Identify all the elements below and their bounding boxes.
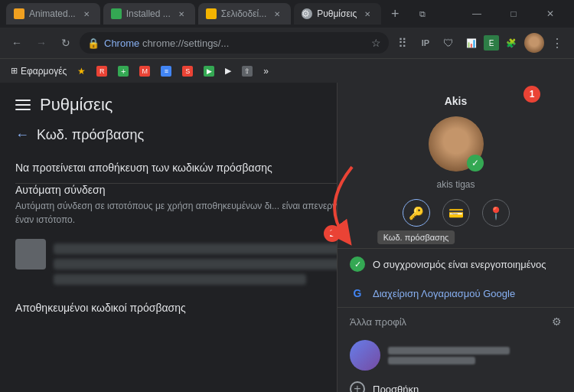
tab-installed[interactable]: Installed ... ✕ [103, 3, 195, 24]
blurred-line-3 [54, 274, 306, 285]
other-profile-line-2 [388, 357, 475, 364]
tab-favicon-2 [111, 8, 122, 19]
bookmarks-bar: ⊞ Εφαρμογές ★ R + M ≡ S ▶ ▶ ⇧ » [0, 58, 574, 83]
section-title: Κωδ. πρόσβασης [37, 127, 144, 143]
card-icon: 💳 [448, 206, 464, 220]
bookmarks-plus[interactable]: + [113, 64, 133, 78]
google-account-label: Διαχείριση Λογαριασμού Google [373, 288, 515, 299]
sync-green-icon: ✓ [350, 256, 365, 272]
other-profile-avatar [350, 340, 380, 371]
settings-page-title: Ρυθμίσεις [40, 95, 113, 115]
main-area: Ρυθμίσεις ← Κωδ. πρόσβασης Να προτείνετα… [0, 83, 574, 392]
passwords-action-button[interactable]: 🔑 Κωδ. πρόσβασης [403, 199, 430, 227]
profile-action-buttons: 🔑 Κωδ. πρόσβασης 💳 📍 [350, 199, 562, 227]
other-profiles-section: Άλλα προφίλ ⚙ + Προσθήκη [338, 307, 574, 392]
extension1-icon[interactable]: 📊 [461, 32, 482, 54]
tab-animated[interactable]: Animated... ✕ [6, 3, 100, 24]
sync-text: Ο συγχρονισμός είναι ενεργοποιημένος [373, 259, 546, 270]
lock-icon: 🔒 [87, 38, 99, 49]
reload-button[interactable]: ↻ [55, 32, 77, 54]
google-account-row[interactable]: G Διαχείριση Λογαριασμού Google [338, 279, 574, 307]
tab-settings[interactable]: ⚙ Ρυθμίσεις ✕ [294, 3, 381, 24]
other-profile-line-1 [388, 347, 510, 354]
other-profile-info [388, 345, 562, 367]
profiles-gear-icon[interactable]: ⚙ [552, 315, 562, 328]
section-back-arrow[interactable]: ← [15, 127, 29, 143]
tab-close-3[interactable]: ✕ [271, 8, 283, 20]
extension2-icon[interactable]: E [484, 35, 499, 51]
forward-button[interactable]: → [31, 32, 52, 54]
extensions-icon[interactable]: ⠿ [392, 32, 413, 54]
sync-row: ✓ Ο συγχρονισμός είναι ενεργοποιημένος [338, 249, 574, 279]
tab-favicon-3 [206, 8, 217, 19]
profile-dropdown: Akis ✓ akis tigas 🔑 Κωδ. πρόσβασης 💳 📍 [337, 83, 574, 392]
close-button[interactable]: ✕ [533, 2, 568, 26]
addresses-action-button[interactable]: 📍 [482, 199, 510, 227]
key-icon: 🔑 [409, 206, 424, 220]
profile-header: Akis ✓ akis tigas 🔑 Κωδ. πρόσβασης 💳 📍 [338, 83, 574, 249]
profile-avatar-container: ✓ [429, 116, 484, 172]
minimize-button[interactable]: — [459, 2, 494, 26]
titlebar: Animated... ✕ Installed ... ✕ Σελιδοδεί.… [0, 0, 574, 28]
s-favicon: S [182, 66, 193, 77]
payments-action-button[interactable]: 💳 [442, 199, 470, 227]
bookmarks-6-label: ▶ [225, 66, 231, 76]
apps-label: Εφαρμογές [21, 66, 67, 77]
bookmarks-play[interactable]: ▶ [199, 64, 219, 78]
tutorial-badge-1: 1 [523, 86, 540, 103]
address-chrome-label: Chrome [104, 38, 139, 49]
bookmarks-r[interactable]: R [92, 64, 112, 78]
add-profile-icon: + [350, 381, 365, 392]
entry-thumbnail [15, 239, 46, 270]
back-button[interactable]: ← [6, 32, 28, 54]
add-profile-row[interactable]: + Προσθήκη [350, 375, 562, 392]
tab-label-3: Σελιδοδεί... [221, 8, 266, 19]
toolbar-right: ⠿ IP 🛡 📊 E 🧩 ⋮ [392, 32, 568, 54]
sync-badge: ✓ [467, 155, 484, 172]
save-passwords-label: Να προτείνεται αποθήκευση των κωδικών πρ… [15, 162, 272, 174]
hamburger-line-2 [15, 104, 31, 106]
plus-favicon: + [118, 66, 129, 77]
tab-close-4[interactable]: ✕ [361, 8, 373, 20]
other-profile-avatar-inner [350, 340, 380, 371]
tab-close-2[interactable]: ✕ [175, 8, 188, 20]
more-menu-button[interactable]: ⋮ [546, 32, 568, 54]
tab-label-1: Animated... [29, 8, 76, 19]
ip-icon[interactable]: IP [415, 32, 436, 54]
bookmarks-list[interactable]: ≡ [156, 64, 176, 78]
other-profiles-label: Άλλα προφίλ [350, 316, 406, 328]
bookmarks-m[interactable]: M [135, 64, 155, 78]
profile-avatar-button[interactable] [523, 32, 545, 54]
toolbar: ← → ↻ 🔒 Chrome chrome://settings/... ☆ ⠿… [0, 28, 574, 58]
bookmarks-arrow[interactable]: ⇧ [237, 64, 257, 78]
hamburger-line-3 [15, 109, 31, 110]
other-profile-item[interactable] [350, 335, 562, 375]
new-tab-button[interactable]: + [384, 3, 406, 24]
bookmarks-star[interactable]: ★ [73, 64, 90, 78]
bookmark-star-icon[interactable]: ☆ [371, 37, 381, 49]
hamburger-menu[interactable] [15, 100, 31, 110]
tab-favicon-1 [14, 8, 24, 19]
blurred-line-2 [54, 259, 357, 270]
extension3-icon[interactable]: 🧩 [501, 32, 522, 54]
profile-email: akis tigas [350, 179, 562, 190]
apps-grid-icon: ⊞ [11, 66, 18, 76]
bookmarks-apps[interactable]: ⊞ Εφαρμογές [6, 64, 71, 78]
bookmarks-more[interactable]: » [259, 64, 273, 78]
window-controls: — □ ✕ [459, 2, 568, 26]
shield-icon[interactable]: 🛡 [438, 32, 459, 54]
tab-favicon-4: ⚙ [302, 8, 312, 19]
bookmarks-more-label: » [263, 66, 269, 77]
restore-down-icon[interactable]: ⧉ [412, 3, 433, 24]
m-favicon: M [139, 66, 150, 77]
tutorial-badge-2: 2 [324, 225, 341, 242]
star-icon: ★ [77, 66, 86, 77]
address-bar[interactable]: 🔒 Chrome chrome://settings/... ☆ [80, 32, 389, 54]
tab-bookmarks[interactable]: Σελιδοδεί... ✕ [198, 3, 291, 24]
list-favicon: ≡ [161, 66, 171, 77]
tab-close-1[interactable]: ✕ [80, 8, 93, 20]
bookmarks-s[interactable]: S [178, 64, 197, 78]
maximize-button[interactable]: □ [496, 2, 531, 26]
tab-label-2: Installed ... [126, 8, 171, 19]
bookmarks-6[interactable]: ▶ [220, 64, 236, 77]
